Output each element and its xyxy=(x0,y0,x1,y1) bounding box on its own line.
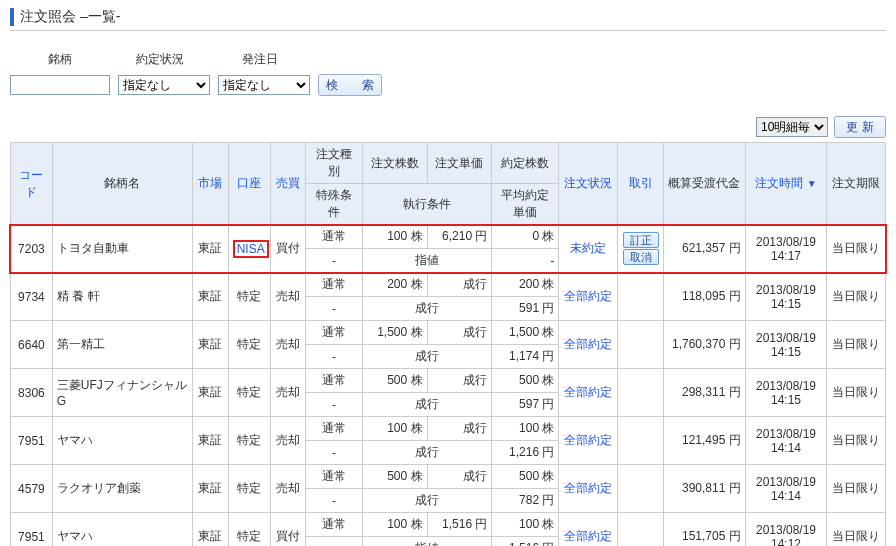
cell-code: 7203 xyxy=(11,225,53,273)
cell-exec: 成行 xyxy=(362,441,492,465)
cell-expiry: 当日限り xyxy=(827,273,886,321)
cell-expiry: 当日限り xyxy=(827,225,886,273)
order-table: コード 銘柄名 市場 口座 売買 注文種別 注文株数 注文単価 約定株数 注文状… xyxy=(10,142,886,546)
cell-price: 成行 xyxy=(427,465,492,489)
cell-filled: 0 株 xyxy=(492,225,559,249)
cell-time: 2013/08/1914:15 xyxy=(745,273,827,321)
col-market[interactable]: 市場 xyxy=(193,143,229,225)
cell-market: 東証 xyxy=(193,513,229,547)
cell-side: 買付 xyxy=(270,513,306,547)
cell-filled: 500 株 xyxy=(492,465,559,489)
cell-account: 特定 xyxy=(228,417,270,465)
cell-time: 2013/08/1914:15 xyxy=(745,369,827,417)
update-button[interactable]: 更 新 xyxy=(834,116,886,138)
filter-controls: 指定なし 指定なし 検 索 xyxy=(10,74,886,96)
cell-name: 第一精工 xyxy=(52,321,192,369)
cell-actions xyxy=(618,465,664,513)
cancel-button[interactable]: 取消 xyxy=(623,249,659,265)
cell-avg: 1,216 円 xyxy=(492,441,559,465)
cell-filled: 200 株 xyxy=(492,273,559,297)
cell-expiry: 当日限り xyxy=(827,513,886,547)
cell-price: 成行 xyxy=(427,417,492,441)
cell-code: 7951 xyxy=(11,513,53,547)
cell-amount: 298,311 円 xyxy=(664,369,746,417)
cell-qty: 1,500 株 xyxy=(362,321,427,345)
cell-exec: 成行 xyxy=(362,345,492,369)
cell-expiry: 当日限り xyxy=(827,321,886,369)
col-qty: 注文株数 xyxy=(362,143,427,184)
col-filled-qty: 約定株数 xyxy=(492,143,559,184)
rows-per-page-select[interactable]: 10明細毎 xyxy=(756,117,828,137)
cell-price: 1,516 円 xyxy=(427,513,492,537)
status-select[interactable]: 指定なし xyxy=(118,75,210,95)
col-exec-cond: 執行条件 xyxy=(362,184,492,225)
edit-button[interactable]: 訂正 xyxy=(623,232,659,248)
date-select[interactable]: 指定なし xyxy=(218,75,310,95)
col-status[interactable]: 注文状況 xyxy=(559,143,618,225)
cell-expiry: 当日限り xyxy=(827,369,886,417)
cell-status: 全部約定 xyxy=(559,369,618,417)
col-side[interactable]: 売買 xyxy=(270,143,306,225)
cell-actions xyxy=(618,273,664,321)
cell-side: 売却 xyxy=(270,369,306,417)
cell-side: 買付 xyxy=(270,225,306,273)
table-row: 4579ラクオリア創薬東証特定売却通常500 株成行500 株全部約定390,8… xyxy=(11,465,886,489)
cell-price: 6,210 円 xyxy=(427,225,492,249)
cell-account: 特定 xyxy=(228,465,270,513)
cell-filled: 1,500 株 xyxy=(492,321,559,345)
cell-account: 特定 xyxy=(228,369,270,417)
col-action[interactable]: 取引 xyxy=(618,143,664,225)
cell-actions xyxy=(618,417,664,465)
table-row: 7203トヨタ自動車東証NISA買付通常100 株6,210 円0 株未約定訂正… xyxy=(11,225,886,249)
cell-actions xyxy=(618,321,664,369)
cell-code: 7951 xyxy=(11,417,53,465)
cell-side: 売却 xyxy=(270,273,306,321)
cell-cond: - xyxy=(306,393,363,417)
cell-amount: 151,705 円 xyxy=(664,513,746,547)
cell-code: 4579 xyxy=(11,465,53,513)
cell-exec: 成行 xyxy=(362,489,492,513)
cell-actions: 訂正取消 xyxy=(618,225,664,273)
sort-desc-icon: ▼ xyxy=(807,178,817,189)
cell-expiry: 当日限り xyxy=(827,465,886,513)
col-order-time[interactable]: 注文時間 ▼ xyxy=(745,143,827,225)
cell-side: 売却 xyxy=(270,417,306,465)
search-button[interactable]: 検 索 xyxy=(318,74,382,96)
cell-account: NISA xyxy=(228,225,270,273)
cell-avg: 1,516 円 xyxy=(492,537,559,547)
cell-avg: 1,174 円 xyxy=(492,345,559,369)
col-account[interactable]: 口座 xyxy=(228,143,270,225)
cell-time: 2013/08/1914:12 xyxy=(745,513,827,547)
cell-market: 東証 xyxy=(193,321,229,369)
table-row: 6640第一精工東証特定売却通常1,500 株成行1,500 株全部約定1,76… xyxy=(11,321,886,345)
col-special-cond: 特殊条件 xyxy=(306,184,363,225)
cell-amount: 121,495 円 xyxy=(664,417,746,465)
cell-market: 東証 xyxy=(193,225,229,273)
cell-name: ラクオリア創薬 xyxy=(52,465,192,513)
cell-filled: 500 株 xyxy=(492,369,559,393)
cell-qty: 500 株 xyxy=(362,465,427,489)
stock-code-input[interactable] xyxy=(10,75,110,95)
cell-time: 2013/08/1914:17 xyxy=(745,225,827,273)
cell-qty: 100 株 xyxy=(362,225,427,249)
cell-status: 全部約定 xyxy=(559,417,618,465)
cell-name: 三菱UFJフィナンシャルG xyxy=(52,369,192,417)
col-expiry: 注文期限 xyxy=(827,143,886,225)
col-name: 銘柄名 xyxy=(52,143,192,225)
cell-side: 売却 xyxy=(270,465,306,513)
col-order-type: 注文種別 xyxy=(306,143,363,184)
cell-actions xyxy=(618,513,664,547)
cell-amount: 118,095 円 xyxy=(664,273,746,321)
table-row: 9734精 養 軒東証特定売却通常200 株成行200 株全部約定118,095… xyxy=(11,273,886,297)
cell-exec: 成行 xyxy=(362,297,492,321)
cell-time: 2013/08/1914:15 xyxy=(745,321,827,369)
filter-labels: 銘柄 約定状況 発注日 xyxy=(10,51,886,68)
col-code[interactable]: コード xyxy=(11,143,53,225)
cell-type: 通常 xyxy=(306,513,363,537)
cell-status: 未約定 xyxy=(559,225,618,273)
cell-account: 特定 xyxy=(228,513,270,547)
cell-amount: 390,811 円 xyxy=(664,465,746,513)
cell-name: ヤマハ xyxy=(52,417,192,465)
cell-avg: 782 円 xyxy=(492,489,559,513)
cell-cond: - xyxy=(306,249,363,273)
